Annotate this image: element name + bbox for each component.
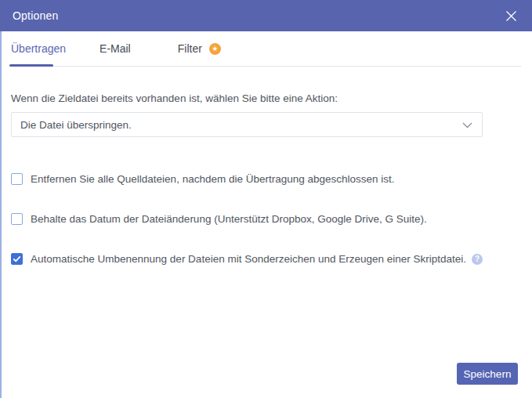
dialog-left-border	[0, 31, 2, 398]
checkbox-row-keep-date: Behalte das Datum der Dateiänderung (Unt…	[11, 213, 521, 225]
checkbox-auto-rename[interactable]	[11, 253, 23, 265]
close-icon[interactable]	[504, 9, 518, 23]
checkmark-icon	[13, 255, 21, 262]
checkbox-row-remove-source: Entfernen Sie alle Quelldateien, nachdem…	[11, 173, 521, 185]
conflict-action-label: Wenn die Zieldatei bereits vorhanden ist…	[11, 92, 521, 104]
tab-label: Übertragen	[11, 42, 66, 55]
tab-content-uebertragen: Wenn die Zieldatei bereits vorhanden ist…	[0, 92, 532, 265]
conflict-action-select[interactable]: Die Datei überspringen.	[11, 112, 483, 137]
checkbox-remove-source[interactable]	[11, 173, 23, 185]
selected-option: Die Datei überspringen.	[20, 119, 132, 131]
premium-star-icon: ★	[209, 43, 221, 55]
tab-uebertragen[interactable]: Übertragen	[11, 31, 66, 66]
checkbox-label: Entfernen Sie alle Quelldateien, nachdem…	[31, 173, 395, 185]
tab-label: E-Mail	[100, 42, 131, 55]
save-button[interactable]: Speichern	[457, 363, 518, 385]
options-dialog: Optionen Übertragen E-Mail Filter ★ Wenn…	[0, 0, 532, 398]
dialog-title: Optionen	[13, 9, 58, 22]
checkbox-keep-date[interactable]	[11, 213, 23, 225]
dialog-titlebar: Optionen	[0, 0, 532, 31]
checkbox-label: Automatische Umbenennung der Dateien mit…	[31, 253, 466, 265]
tab-email[interactable]: E-Mail	[100, 31, 131, 66]
help-icon[interactable]: ?	[472, 254, 483, 265]
checkbox-label: Behalte das Datum der Dateiänderung (Unt…	[31, 213, 427, 225]
checkbox-row-auto-rename: Automatische Umbenennung der Dateien mit…	[11, 253, 521, 265]
tab-label: Filter	[178, 42, 202, 55]
chevron-down-icon	[462, 118, 472, 132]
tab-filter[interactable]: Filter ★	[178, 31, 221, 66]
tab-bar: Übertragen E-Mail Filter ★	[11, 31, 521, 67]
